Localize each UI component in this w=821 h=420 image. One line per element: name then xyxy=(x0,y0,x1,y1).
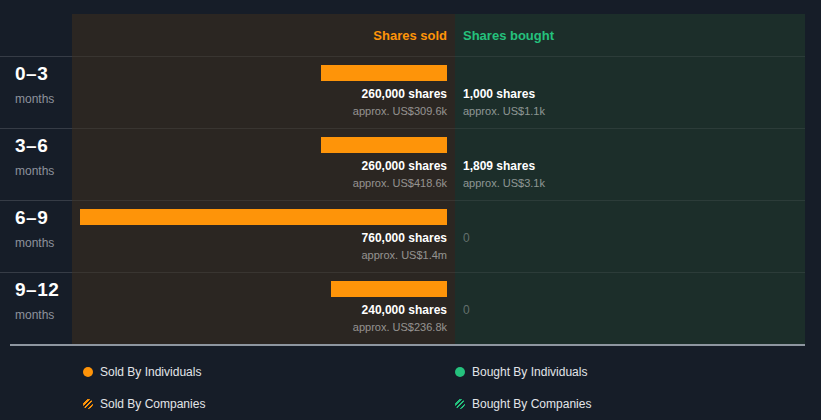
sold-shares-value: 760,000 shares xyxy=(72,231,447,245)
insider-trading-chart: Shares sold Shares bought 0–3 months 260… xyxy=(0,0,821,420)
period-cell: 6–9 months xyxy=(0,200,72,272)
bought-approx-value: approx. US$1.1k xyxy=(463,105,805,117)
sold-bar[interactable] xyxy=(321,137,447,153)
legend-bought-column: Bought By Individuals Bought By Companie… xyxy=(455,366,821,420)
bought-cell: 0 xyxy=(455,200,805,272)
legend-label: Sold By Companies xyxy=(100,397,205,411)
legend-item-bought-companies[interactable]: Bought By Companies xyxy=(455,398,821,410)
bought-approx-value: approx. US$3.1k xyxy=(463,177,805,189)
legend-label: Sold By Individuals xyxy=(100,365,201,379)
period-cell: 0–3 months xyxy=(0,56,72,128)
sold-shares-value: 260,000 shares xyxy=(72,87,447,101)
sold-bar-track xyxy=(72,209,455,225)
period-cell: 3–6 months xyxy=(0,128,72,200)
table-row: 3–6 months 260,000 shares approx. US$418… xyxy=(0,128,805,200)
sold-column-header: Shares sold xyxy=(72,14,455,56)
period-label: 3–6 xyxy=(15,135,72,157)
sold-bar[interactable] xyxy=(80,209,447,225)
table-row: 9–12 months 240,000 shares approx. US$23… xyxy=(0,272,805,344)
sold-approx-value: approx. US$309.6k xyxy=(72,105,447,117)
chart-header-row: Shares sold Shares bought xyxy=(0,14,805,56)
sold-cell: 240,000 shares approx. US$236.8k xyxy=(72,272,455,344)
bought-cell: 0 xyxy=(455,272,805,344)
legend-item-sold-companies[interactable]: Sold By Companies xyxy=(83,398,455,410)
sold-approx-value: approx. US$236.8k xyxy=(72,321,447,333)
shares-bought-header-label: Shares bought xyxy=(463,28,554,43)
sold-cell: 260,000 shares approx. US$309.6k xyxy=(72,56,455,128)
months-label: months xyxy=(15,308,72,322)
legend-item-bought-individuals[interactable]: Bought By Individuals xyxy=(455,366,821,378)
period-label: 9–12 xyxy=(15,279,72,301)
months-label: months xyxy=(15,236,72,250)
legend-label: Bought By Companies xyxy=(472,397,591,411)
sold-bar[interactable] xyxy=(331,281,447,297)
table-row: 6–9 months 760,000 shares approx. US$1.4… xyxy=(0,200,805,272)
months-label: months xyxy=(15,92,72,106)
bought-companies-hatched-dot-icon xyxy=(455,399,465,409)
bought-shares-value: 1,000 shares xyxy=(463,87,805,101)
legend: Sold By Individuals Sold By Companies Bo… xyxy=(0,366,821,420)
period-cell: 9–12 months xyxy=(0,272,72,344)
sold-cell: 760,000 shares approx. US$1.4m xyxy=(72,200,455,272)
bought-shares-value: 0 xyxy=(463,303,805,317)
bought-individuals-dot-icon xyxy=(455,367,465,377)
sold-bar-track xyxy=(72,281,455,297)
sold-bar-track xyxy=(72,65,455,81)
legend-item-sold-individuals[interactable]: Sold By Individuals xyxy=(83,366,455,378)
sold-companies-hatched-dot-icon xyxy=(83,399,93,409)
bought-shares-value: 1,809 shares xyxy=(463,159,805,173)
sold-bar-track xyxy=(72,137,455,153)
sold-shares-value: 240,000 shares xyxy=(72,303,447,317)
bought-cell: 1,000 shares approx. US$1.1k xyxy=(455,56,805,128)
legend-label: Bought By Individuals xyxy=(472,365,587,379)
bought-shares-value: 0 xyxy=(463,231,805,245)
sold-approx-value: approx. US$418.6k xyxy=(72,177,447,189)
shares-sold-header-label: Shares sold xyxy=(373,28,447,43)
period-label: 6–9 xyxy=(15,207,72,229)
sold-bar[interactable] xyxy=(321,65,447,81)
period-label: 0–3 xyxy=(15,63,72,85)
header-gutter xyxy=(0,14,72,56)
chart-region: Shares sold Shares bought 0–3 months 260… xyxy=(0,14,805,346)
legend-sold-column: Sold By Individuals Sold By Companies xyxy=(83,366,455,420)
bought-column-header: Shares bought xyxy=(455,14,805,56)
bought-cell: 1,809 shares approx. US$3.1k xyxy=(455,128,805,200)
table-row: 0–3 months 260,000 shares approx. US$309… xyxy=(0,56,805,128)
axis-baseline xyxy=(10,344,805,346)
sold-cell: 260,000 shares approx. US$418.6k xyxy=(72,128,455,200)
sold-shares-value: 260,000 shares xyxy=(72,159,447,173)
months-label: months xyxy=(15,164,72,178)
sold-individuals-dot-icon xyxy=(83,367,93,377)
sold-approx-value: approx. US$1.4m xyxy=(72,249,447,261)
